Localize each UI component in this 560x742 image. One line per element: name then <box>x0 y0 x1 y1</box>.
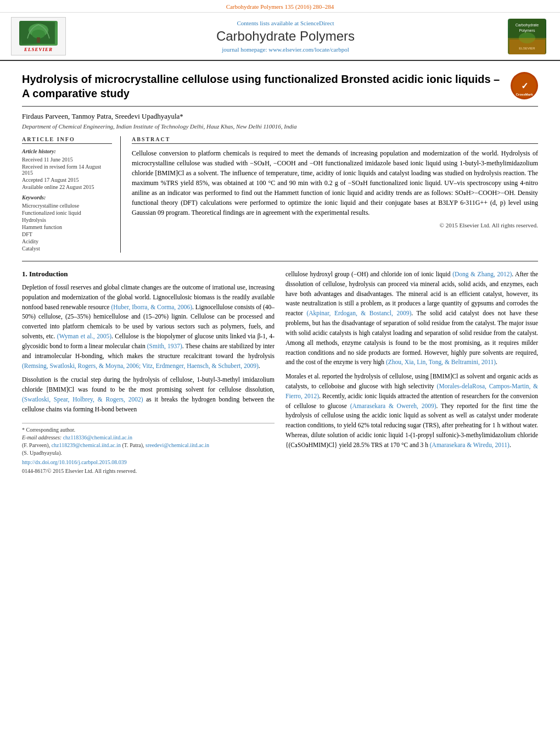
top-bar: Carbohydrate Polymers 135 (2016) 280–284 <box>0 0 560 13</box>
intro-number: 1. <box>22 270 27 278</box>
section-divider <box>22 261 538 261</box>
copyright-text: © 2015 Elsevier Ltd. All rights reserved… <box>132 222 538 228</box>
corresponding-author-note: * Corresponding author. <box>22 427 275 433</box>
email-link-1[interactable]: chz118336@chemical.iitd.ac.in <box>63 434 132 440</box>
abstract-text: Cellulose conversion to platform chemica… <box>132 148 538 217</box>
doi-link[interactable]: http://dx.doi.org/10.1016/j.carbpol.2015… <box>22 459 275 465</box>
svg-text:Polymers: Polymers <box>519 29 535 33</box>
svg-text:ELSEVIER: ELSEVIER <box>519 47 535 50</box>
svg-point-8 <box>519 32 535 43</box>
article-title-area: Hydrolysis of microcrystalline cellulose… <box>22 72 538 107</box>
homepage-line: journal homepage: www.elsevier.com/locat… <box>77 46 494 53</box>
keyword-5: DFT <box>22 231 112 237</box>
body-left-col: 1. Introduction Depletion of fossil rese… <box>22 270 275 475</box>
accepted-date: Accepted 17 August 2015 <box>22 177 112 183</box>
keyword-7: Catalyst <box>22 246 112 252</box>
available-date: Available online 22 August 2015 <box>22 184 112 190</box>
keyword-2: Functionalized ionic liquid <box>22 210 112 216</box>
parveen-email-note: (F. Parveen), chz118239@chemical.iitd.ac… <box>22 442 209 448</box>
right-paragraph-1: cellulose hydroxyl group (−OH) and chlor… <box>285 270 538 367</box>
email-note-3: (S. Upadhyayula). <box>22 450 275 456</box>
article-info-section-label: ARTICLE INFO <box>22 136 112 144</box>
article-info-col: ARTICLE INFO Article history: Received 1… <box>22 136 121 253</box>
svg-text:CrossMark: CrossMark <box>516 93 533 96</box>
science-direct-link[interactable]: ScienceDirect <box>300 20 334 26</box>
contents-line: Contents lists available at ScienceDirec… <box>77 20 494 26</box>
body-content: 1. Introduction Depletion of fossil rese… <box>22 270 538 475</box>
svg-text:✓: ✓ <box>520 81 528 91</box>
received-date: Received 11 June 2015 <box>22 157 112 163</box>
email-note-1: E-mail addresses: chz118336@chemical.iit… <box>22 434 275 440</box>
intro-title-text: Introduction <box>29 270 68 278</box>
history-label: Article history: <box>22 148 112 154</box>
elsevier-logo-area: ELSEVIER <box>11 17 66 55</box>
svg-point-2 <box>32 30 45 38</box>
journal-center: Contents lists available at ScienceDirec… <box>66 20 505 53</box>
received-revised-date: Received in revised form 14 August 2015 <box>22 164 112 176</box>
abstract-col: ABSTRACT Cellulose conversion to platfor… <box>132 136 538 253</box>
svg-rect-5 <box>509 40 545 54</box>
contents-text: Contents lists available at <box>237 20 299 26</box>
issn-line: 0144-8617/© 2015 Elsevier Ltd. All right… <box>22 468 137 474</box>
article-body: Hydrolysis of microcrystalline cellulose… <box>0 61 560 486</box>
elsevier-tree-icon <box>19 21 58 46</box>
intro-section-title: 1. Introduction <box>22 270 275 278</box>
crossmark-logo: ✓ CrossMark <box>511 72 538 99</box>
article-title: Hydrolysis of microcrystalline cellulose… <box>22 72 511 101</box>
homepage-url[interactable]: www.elsevier.com/locate/carbpol <box>268 46 349 53</box>
keyword-6: Acidity <box>22 238 112 244</box>
right-paragraph-2: Morales et al. reported the hydrolysis o… <box>285 372 538 450</box>
authors-line: Firdaus Parveen, Tanmoy Patra, Sreedevi … <box>22 112 538 121</box>
body-right-col: cellulose hydroxyl group (−OH) and chlor… <box>285 270 538 475</box>
keywords-label: Keywords: <box>22 194 112 200</box>
elsevier-label: ELSEVIER <box>24 47 53 52</box>
keyword-1: Microcrystalline cellulose <box>22 203 112 209</box>
svg-rect-3 <box>37 37 40 43</box>
keyword-3: Hydrolysis <box>22 217 112 223</box>
journal-header: ELSEVIER Contents lists available at Sci… <box>0 13 560 61</box>
abstract-section-label: ABSTRACT <box>132 136 538 144</box>
carbohydrate-polymers-logo: Carbohydrate Polymers ELSEVIER <box>508 19 546 54</box>
authors-text: Firdaus Parveen, Tanmoy Patra, Sreedevi … <box>22 112 183 120</box>
keyword-4: Hammett function <box>22 224 112 230</box>
intro-paragraph-1: Depletion of fossil reserves and global … <box>22 283 275 371</box>
homepage-text: journal homepage: <box>222 46 267 53</box>
email-note-2: (F. Parveen), chz118239@chemical.iitd.ac… <box>22 442 275 448</box>
svg-text:Carbohydrate: Carbohydrate <box>515 23 539 27</box>
journal-title: Carbohydrate Polymers <box>77 29 494 44</box>
patra-email-link[interactable]: chz118239@chemical.iitd.ac.in <box>52 442 121 448</box>
journal-reference: Carbohydrate Polymers 135 (2016) 280–284 <box>226 3 334 10</box>
affiliation-line: Department of Chemical Engineering, Indi… <box>22 123 538 130</box>
carbohydrate-logo-area: Carbohydrate Polymers ELSEVIER <box>505 17 549 55</box>
article-info-abstract-area: ARTICLE INFO Article history: Received 1… <box>22 136 538 253</box>
intro-paragraph-2: Dissolution is the crucial step during t… <box>22 375 275 414</box>
sreedevi-email-link[interactable]: sreedevi@chemical.iitd.ac.in <box>145 442 209 448</box>
footnotes-area: * Corresponding author. E-mail addresses… <box>22 423 275 475</box>
